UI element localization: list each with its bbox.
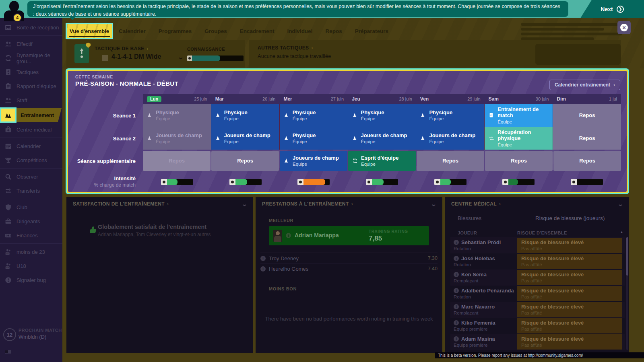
session-cell[interactable]: PhysiqueÉquipe <box>280 104 348 127</box>
next-match-opponent[interactable]: Wmbldn (D) <box>19 334 46 340</box>
player-name[interactable]: Troy Deeney <box>269 255 299 261</box>
sidebar-item-u18[interactable]: U18U18 <box>0 259 62 273</box>
sort-arrow-icon[interactable]: ▲ <box>620 230 623 234</box>
session-cell[interactable]: Récupération physiqueÉquipe <box>485 127 553 150</box>
player-name[interactable]: Ken Sema <box>461 272 487 278</box>
column-player[interactable]: JOUEUR <box>458 230 477 235</box>
info-icon[interactable]: i <box>454 240 459 245</box>
sidebar-item-dirigeants[interactable]: Dirigeants <box>0 214 62 228</box>
sidebar-item-rapport-d-quipe[interactable]: Rapport d'équipe <box>0 79 62 93</box>
training-calendar-button[interactable]: Calendrier entraînement› <box>549 80 620 90</box>
performance-row[interactable]: iHeurelho Gomes7.40 <box>260 263 438 274</box>
collapse-chevron-icon[interactable]: ⌄ <box>617 201 624 207</box>
best-performer-card[interactable]: i Adrian Mariappa TRAINING RATING 7,85 <box>269 226 429 245</box>
intensity-bar[interactable] <box>502 179 535 185</box>
session-cell[interactable]: Joueurs de champÉquipe <box>211 127 279 150</box>
session-cell[interactable]: Repos <box>553 104 621 127</box>
info-icon[interactable]: i <box>454 320 459 325</box>
best-performer-name[interactable]: Adrian Mariappa <box>295 232 339 239</box>
session-cell[interactable]: PhysiqueÉquipe <box>280 127 348 150</box>
player-name[interactable]: Adam Masina <box>461 336 495 342</box>
info-icon[interactable]: i <box>260 256 266 261</box>
session-cell[interactable]: PhysiqueÉquipe <box>143 104 211 127</box>
performance-row[interactable]: iTroy Deeney7.30 <box>260 253 438 263</box>
intensity-bar[interactable] <box>297 179 330 185</box>
formation-dropdown-icon[interactable]: ⌄ <box>178 54 184 60</box>
sidebar-item-dynamique-de-grou-[interactable]: Dynamique de grou... <box>0 51 62 65</box>
sidebar-item-comp-titions[interactable]: Compétitions <box>0 153 62 167</box>
info-icon[interactable]: i <box>286 233 291 238</box>
next-button[interactable]: Next ❯ <box>580 0 644 18</box>
player-name[interactable]: Heurelho Gomes <box>269 266 308 272</box>
info-icon[interactable]: i <box>260 266 266 272</box>
intensity-bar[interactable] <box>366 179 398 185</box>
sidebar-item-staff[interactable]: Staff <box>0 93 62 107</box>
tab-injuries[interactable]: Blessures <box>458 215 481 221</box>
intensity-bar[interactable] <box>229 179 262 185</box>
medical-row[interactable]: iMarc NavarroRemplaçantRisque de blessur… <box>450 302 625 318</box>
player-name[interactable]: Adalberto Peñaranda <box>461 288 514 294</box>
session-cell[interactable]: Joueurs de champÉquipe <box>280 151 347 171</box>
sidebar-item-centre-m-dical[interactable]: Centre médical <box>0 123 62 137</box>
player-name[interactable]: Sebastian Prödl <box>461 239 501 245</box>
session-cell[interactable]: PhysiqueÉquipe <box>348 104 416 127</box>
collapse-chevron-icon[interactable]: ⌄ <box>430 201 437 207</box>
medical-row[interactable]: iKiko FemeníaÉquipe premièreRisque de bl… <box>450 318 625 334</box>
sidebar-item-calendrier[interactable]: Calendrier <box>0 139 62 153</box>
close-tutorial-button[interactable]: ✕ <box>617 21 631 34</box>
session-cell[interactable]: Repos <box>553 151 621 171</box>
intensity-bar[interactable] <box>161 179 193 185</box>
medical-row[interactable]: iKen SemaRemplaçantRisque de blessure él… <box>450 269 625 286</box>
session-cell[interactable]: Repos <box>143 151 211 171</box>
player-name[interactable]: Marc Navarro <box>461 304 495 310</box>
session-cell[interactable]: Repos <box>211 151 279 171</box>
session-cell[interactable]: Esprit d'équipeÉquipe <box>348 151 416 171</box>
sidebar-item-signaler-bug[interactable]: Signaler bug <box>0 273 62 287</box>
sidebar-item-observer[interactable]: Observer <box>0 170 62 184</box>
scrollbar[interactable] <box>626 237 628 350</box>
session-cell[interactable]: Repos <box>553 127 621 150</box>
session-cell[interactable]: PhysiqueÉquipe <box>211 104 279 127</box>
sidebar-item-tactiques[interactable]: Tactiques <box>0 65 62 79</box>
player-name[interactable]: Kiko Femenía <box>461 320 495 326</box>
medical-row[interactable]: iAdalberto PeñarandaRotationRisque de bl… <box>450 286 625 302</box>
medical-row[interactable]: iJosé HolebasRotationRisque de blessure … <box>450 253 625 269</box>
medical-row[interactable]: iSebastian PrödlRotationRisque de blessu… <box>450 237 625 253</box>
formation-name[interactable]: 4-1-4-1 DM Wide <box>111 53 161 60</box>
info-icon[interactable]: i <box>454 288 459 293</box>
medical-centre-title[interactable]: CENTRE MÉDICAL <box>451 201 501 207</box>
tab-vue-densemble[interactable]: Vue d'ensemble <box>66 23 113 39</box>
tab-repos[interactable]: Repos <box>325 28 342 34</box>
session-cell[interactable]: Joueurs de champÉquipe <box>416 127 484 150</box>
scrollbar-thumb[interactable] <box>626 237 628 276</box>
collapse-chevron-icon[interactable]: ⌄ <box>241 201 248 207</box>
tab-pr-parateurs[interactable]: Préparateurs <box>355 28 388 34</box>
session-cell[interactable]: Repos <box>485 151 553 171</box>
sidebar-item-transferts[interactable]: Transferts <box>0 184 62 198</box>
sidebar-item-entra-nement[interactable]: Entraînement <box>0 107 62 123</box>
info-icon[interactable]: i <box>454 256 459 261</box>
sidebar-item-effectif[interactable]: Effectif <box>0 37 62 51</box>
other-tactics-title[interactable]: AUTRES TACTIQUES <box>258 45 313 51</box>
tab-injury-risk[interactable]: Risque de blessure (joueurs) <box>535 215 605 221</box>
session-cell[interactable]: Entraînement de matchÉquipe <box>485 104 553 127</box>
sidebar-item-bo-te-de-r-ception[interactable]: Boîte de réception <box>0 21 62 35</box>
player-name[interactable]: José Holebas <box>461 255 495 261</box>
sidebar-item-finances[interactable]: Finances <box>0 228 62 243</box>
session-cell[interactable]: Joueurs de champÉquipe <box>143 127 211 150</box>
tab-groupes[interactable]: Groupes <box>204 28 227 34</box>
info-icon[interactable]: i <box>454 272 459 277</box>
training-happiness-title[interactable]: SATISFACTION DE L'ENTRAÎNEMENT <box>73 201 169 207</box>
column-overall-risk[interactable]: RISQUE D'ENSEMBLE <box>517 230 567 235</box>
intensity-bar[interactable] <box>434 179 466 185</box>
session-cell[interactable]: Joueurs de champÉquipe <box>348 127 416 150</box>
medical-row[interactable]: iAdam MasinaÉquipe premièreRisque de ble… <box>450 334 625 350</box>
intensity-bar[interactable] <box>571 179 603 185</box>
info-icon[interactable]: i <box>454 336 459 341</box>
session-cell[interactable]: PhysiqueÉquipe <box>416 104 484 127</box>
tab-programmes[interactable]: Programmes <box>159 28 192 34</box>
session-cell[interactable]: Repos <box>417 151 484 171</box>
training-performance-title[interactable]: PRESTATIONS À L'ENTRAÎNEMENT <box>262 201 353 207</box>
base-tactic-title[interactable]: TACTIQUE DE BASE <box>95 46 149 51</box>
tab-individuel[interactable]: Individuel <box>287 28 312 34</box>
